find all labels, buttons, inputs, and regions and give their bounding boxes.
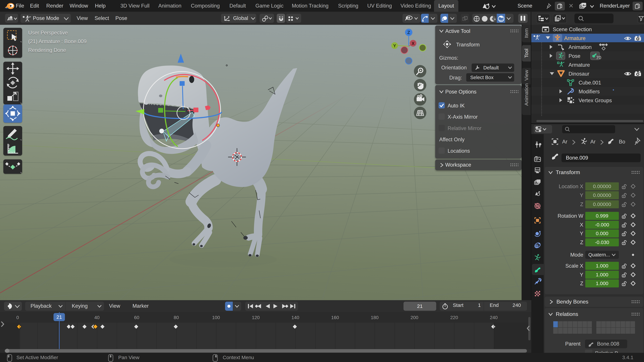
svg-text:Y: Y	[393, 43, 396, 48]
svg-text:X: X	[412, 41, 414, 46]
svg-text:Z: Z	[407, 30, 410, 35]
